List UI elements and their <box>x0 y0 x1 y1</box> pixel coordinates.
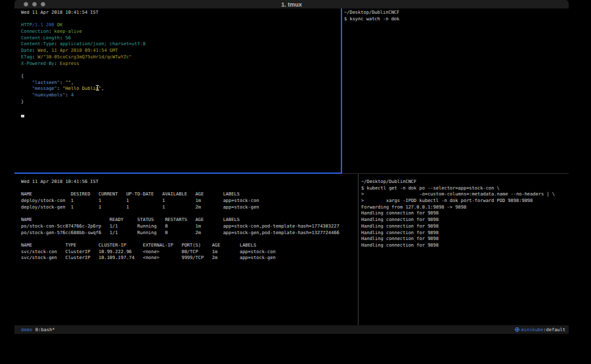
table-row: po/stock-con-5cc874766c-2p6rp 1/1 Runnin… <box>21 224 358 230</box>
table-row: deploy/stock-gen 1 1 1 1 2m app=stock-ge… <box>21 205 358 211</box>
terminal-line: "message": "Hello Dublin", <box>21 86 341 92</box>
table-row: deploy/stock-con 1 1 1 1 1m app=stock-co… <box>21 198 358 205</box>
pane-http-response[interactable]: Wed 11 Apr 2018 10:41:54 IST HTTP/1.1 20… <box>14 9 341 172</box>
tmux-session: Wed 11 Apr 2018 10:41:54 IST HTTP/1.1 20… <box>14 9 569 325</box>
text-cursor <box>21 115 24 117</box>
kube-context: minikube <box>521 327 544 333</box>
terminal-line <box>21 105 341 111</box>
terminal-line: Handling connection for 9898 <box>361 211 569 217</box>
table-header-row: NAME TYPE CLUSTER-IP EXTERNAL-IP PORT(S)… <box>21 243 358 249</box>
terminal-line: { <box>21 73 341 80</box>
terminal-line: Connection: keep-alive <box>21 29 341 35</box>
kubernetes-helm-icon <box>515 327 519 332</box>
terminal-line: Handling connection for 9898 <box>361 217 569 224</box>
table-row: svc/stock-con ClusterIP 10.99.222.96 <no… <box>21 249 358 256</box>
terminal-line: Handling connection for 9898 <box>361 224 569 230</box>
port-forward-output: ~/Desktop/DublinCNCF$ kubectl get -n dok… <box>361 179 569 249</box>
terminal-line <box>21 16 341 23</box>
terminal-line: > -o=custom-columns=:metadata.name --no-… <box>361 192 569 198</box>
terminal-line: Handling connection for 9898 <box>361 243 569 249</box>
terminal-line: ETag: W/"38-05coCsrg3mQ75sHr1d/qcWTwYZc" <box>21 54 341 61</box>
kubectl-timestamp: Wed 11 Apr 2018 10:41:56 IST <box>21 179 358 186</box>
mouse-ibeam-cursor <box>97 85 98 91</box>
terminal-line: $ ksync watch -n dok <box>344 16 569 23</box>
table-header-row: NAME DESIRED CURRENT UP-TO-DATE AVAILABL… <box>21 192 358 198</box>
session-name: demo <box>21 327 32 333</box>
zoom-button[interactable] <box>41 2 45 7</box>
terminal-line: ~/Desktop/DublinCNCF <box>361 179 569 186</box>
terminal-line: > xargs -IPOD kubectl -n dok port-forwar… <box>361 198 569 205</box>
deployments-table: NAME DESIRED CURRENT UP-TO-DATE AVAILABL… <box>21 192 358 211</box>
table-row: svc/stock-gen ClusterIP 10.109.197.74 <n… <box>21 255 358 262</box>
window-controls <box>24 2 45 7</box>
pane-ksync[interactable]: ~/Desktop/DublinCNCF$ ksync watch -n dok <box>342 9 569 172</box>
pane-kubectl-get[interactable]: Wed 11 Apr 2018 10:41:56 IST NAME DESIRE… <box>14 174 358 325</box>
window-title: 1. tmux <box>281 1 302 8</box>
pods-table: NAME READY STATUS RESTARTS AGE LABELS po… <box>21 217 358 236</box>
http-response-output: Wed 11 Apr 2018 10:41:54 IST HTTP/1.1 20… <box>21 10 341 111</box>
terminal-line: "numsymbols": 4 <box>21 92 341 99</box>
table-row: po/stock-gen-576cc688bb-swqf6 1/1 Runnin… <box>21 230 358 237</box>
titlebar: 1. tmux <box>14 0 569 9</box>
close-button[interactable] <box>24 2 28 7</box>
terminal-line: Handling connection for 9898 <box>361 236 569 243</box>
ksync-output: ~/Desktop/DublinCNCF$ ksync watch -n dok <box>344 10 569 22</box>
terminal-line: } <box>21 99 341 106</box>
terminal-line: Content-Type: application/json; charset=… <box>21 41 341 48</box>
terminal-line: $ kubectl get -n dok po --selector=app=s… <box>361 186 569 192</box>
services-table: NAME TYPE CLUSTER-IP EXTERNAL-IP PORT(S)… <box>21 243 358 262</box>
tmux-status-bar: demo 0:bash* minikube :default <box>14 325 569 334</box>
terminal-line: HTTP/1.1 200 OK <box>21 22 341 29</box>
kube-namespace: :default <box>543 327 565 333</box>
terminal-line: Handling connection for 9898 <box>361 230 569 237</box>
terminal-line: Content-Length: 56 <box>21 35 341 42</box>
terminal-line: Wed 11 Apr 2018 10:41:54 IST <box>21 10 341 16</box>
terminal-line: X-Powered-By: Express <box>21 61 341 68</box>
terminal-line: Forwarding from 127.0.0.1:9898 -> 9898 <box>361 205 569 211</box>
table-header-row: NAME READY STATUS RESTARTS AGE LABELS <box>21 217 358 224</box>
terminal-line <box>21 67 341 73</box>
terminal-line: Date: Wed, 11 Apr 2018 09:41:54 GMT <box>21 48 341 54</box>
terminal-line: Wed 11 Apr 2018 10:41:56 IST <box>21 179 358 186</box>
window-list-item[interactable]: 0:bash* <box>35 327 55 333</box>
minimize-button[interactable] <box>32 2 37 7</box>
pane-port-forward[interactable]: ~/Desktop/DublinCNCF$ kubectl get -n dok… <box>359 174 569 325</box>
terminal-line: ~/Desktop/DublinCNCF <box>344 10 569 16</box>
terminal-window: 1. tmux Wed 11 Apr 2018 10:41:54 IST HTT… <box>14 0 569 334</box>
terminal-line: "lastseen": "", <box>21 80 341 87</box>
